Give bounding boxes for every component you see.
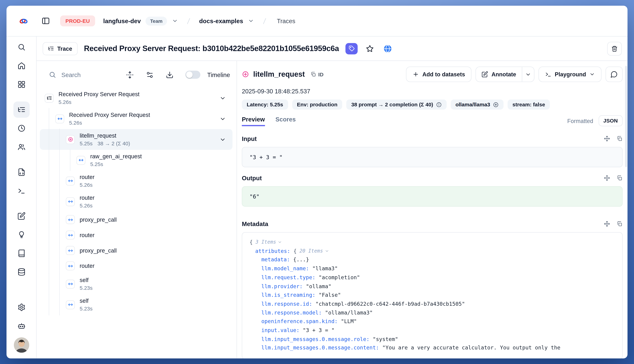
tab-scores[interactable]: Scores bbox=[275, 116, 296, 126]
generation-icon bbox=[242, 70, 249, 78]
rail-tracing-button[interactable] bbox=[13, 102, 30, 118]
move-icon[interactable] bbox=[604, 175, 610, 181]
view-json-option[interactable]: JSON bbox=[598, 115, 622, 126]
annotate-dropdown-button[interactable] bbox=[522, 67, 534, 82]
tree-row-label: Received Proxy Server Request bbox=[59, 91, 139, 98]
desktop-background: PROD-EU langfuse-dev Team docs-examples … bbox=[0, 0, 634, 364]
chevron-down-icon[interactable] bbox=[220, 116, 229, 122]
tree-row-router[interactable]: router bbox=[40, 227, 233, 243]
rail-dashboard-button[interactable] bbox=[13, 76, 30, 93]
tree-row-span[interactable]: Received Proxy Server Request 5.26s bbox=[40, 108, 233, 129]
output-heading: Output bbox=[242, 175, 262, 182]
search-icon bbox=[17, 43, 25, 51]
collapse-chevron-icon[interactable] bbox=[325, 249, 329, 253]
tree-row-litellm-request[interactable]: litellm_request 5.25s38 → 2 (Σ 40) bbox=[40, 129, 233, 150]
rail-annotation-button[interactable] bbox=[13, 245, 30, 262]
observation-tree-panel: Timeline Received Proxy Server Request 5… bbox=[37, 61, 237, 358]
rail-search-button[interactable] bbox=[13, 39, 30, 55]
observation-tree: Received Proxy Server Request 5.26s Rece… bbox=[37, 88, 237, 319]
tree-row-duration: 5.25s bbox=[90, 161, 103, 167]
move-icon[interactable] bbox=[604, 221, 610, 227]
download-button[interactable] bbox=[164, 69, 175, 80]
annotate-button[interactable]: Annotate bbox=[476, 67, 522, 82]
bot-icon bbox=[17, 322, 25, 330]
toggle-knob bbox=[186, 72, 192, 78]
rail-datasets-button[interactable] bbox=[13, 264, 30, 280]
copy-icon[interactable] bbox=[616, 175, 623, 181]
grid-icon bbox=[17, 80, 25, 88]
chevron-down-icon bbox=[248, 18, 254, 24]
trash-icon bbox=[611, 45, 618, 52]
tree-row-router[interactable]: router 5.26s bbox=[40, 170, 233, 191]
move-icon[interactable] bbox=[604, 136, 610, 142]
timeline-toggle[interactable] bbox=[185, 70, 200, 79]
tab-preview[interactable]: Preview bbox=[242, 116, 265, 126]
token-usage-badge: 38 prompt → 2 completion (Σ 40) bbox=[346, 100, 447, 110]
tree-row-label: router bbox=[80, 262, 95, 269]
search-input[interactable] bbox=[61, 71, 115, 78]
org-switcher-button[interactable] bbox=[172, 18, 178, 24]
list-tree-icon bbox=[45, 94, 54, 102]
users-icon bbox=[17, 143, 25, 151]
rail-playground-button[interactable] bbox=[13, 183, 30, 199]
rail-settings-button[interactable] bbox=[13, 299, 30, 316]
langfuse-logo-icon[interactable] bbox=[19, 16, 29, 26]
view-formatted-option[interactable]: Formatted bbox=[567, 118, 593, 124]
rail-prompts-button[interactable] bbox=[13, 164, 30, 180]
arrow-left-right-icon bbox=[66, 215, 75, 224]
tree-row-self[interactable]: self 5.23s bbox=[40, 294, 233, 315]
star-icon bbox=[366, 44, 374, 52]
rail-insights-button[interactable] bbox=[13, 226, 30, 243]
left-rail bbox=[7, 36, 37, 358]
page-title: Received Proxy Server Request: b3010b422… bbox=[84, 44, 339, 53]
id-label: ID bbox=[318, 71, 323, 78]
delete-trace-button[interactable] bbox=[607, 42, 622, 56]
info-icon[interactable] bbox=[436, 102, 442, 107]
project-switcher-button[interactable] bbox=[248, 18, 254, 24]
chevron-down-icon[interactable] bbox=[220, 95, 229, 101]
user-avatar[interactable] bbox=[14, 337, 29, 353]
env-badge: Env: production bbox=[292, 100, 342, 110]
sidebar-toggle-button[interactable] bbox=[39, 14, 52, 28]
chevron-down-icon bbox=[172, 18, 178, 24]
bookmark-star-button[interactable] bbox=[364, 43, 376, 54]
project-name[interactable]: docs-examples bbox=[199, 18, 243, 24]
rail-evaluation-button[interactable] bbox=[13, 208, 30, 224]
plus-circle-icon[interactable] bbox=[493, 102, 499, 107]
org-name[interactable]: langfuse-dev bbox=[103, 18, 141, 24]
tree-row-duration: 5.26s bbox=[69, 120, 82, 126]
file-icon bbox=[17, 168, 25, 176]
playground-button[interactable]: Playground bbox=[538, 66, 601, 82]
breadcrumb-separator bbox=[184, 17, 192, 25]
view-settings-button[interactable] bbox=[145, 69, 155, 80]
rail-support-button[interactable] bbox=[13, 318, 30, 334]
copy-id-button[interactable]: ID bbox=[311, 71, 323, 78]
tree-row-router[interactable]: router 5.26s bbox=[40, 191, 233, 212]
breadcrumb-traces[interactable]: Traces bbox=[277, 18, 295, 24]
scrollbar-thumb[interactable] bbox=[625, 66, 627, 167]
app-header: PROD-EU langfuse-dev Team docs-examples … bbox=[7, 6, 627, 36]
breadcrumb-separator bbox=[261, 17, 269, 25]
chevron-down-icon[interactable] bbox=[220, 136, 229, 143]
tree-row-raw-gen-ai-request[interactable]: raw_gen_ai_request 5.25s bbox=[40, 150, 233, 170]
collapse-chevron-icon[interactable] bbox=[278, 240, 282, 244]
chevron-down-icon bbox=[589, 72, 595, 77]
rail-sessions-button[interactable] bbox=[13, 120, 30, 136]
tree-row-proxy-pre-call[interactable]: proxy_pre_call bbox=[40, 243, 233, 258]
rail-users-button[interactable] bbox=[13, 139, 30, 155]
tag-button[interactable] bbox=[345, 43, 358, 54]
tree-row-self[interactable]: self 5.23s bbox=[40, 274, 233, 294]
globe-icon bbox=[383, 44, 392, 53]
tree-row-proxy-pre-call[interactable]: proxy_pre_call bbox=[40, 212, 233, 227]
copy-icon[interactable] bbox=[616, 221, 623, 227]
tree-row-router[interactable]: router bbox=[40, 258, 233, 274]
add-to-datasets-button[interactable]: Add to datasets bbox=[406, 66, 472, 82]
rail-home-button[interactable] bbox=[13, 58, 30, 74]
message-circle-icon bbox=[610, 70, 618, 78]
public-share-button[interactable] bbox=[382, 43, 393, 54]
tree-row-trace-root[interactable]: Received Proxy Server Request 5.26s bbox=[40, 88, 233, 108]
expand-collapse-button[interactable] bbox=[125, 69, 135, 80]
comments-button[interactable] bbox=[605, 66, 622, 82]
copy-icon[interactable] bbox=[616, 136, 623, 142]
tree-row-label: proxy_pre_call bbox=[80, 216, 117, 223]
